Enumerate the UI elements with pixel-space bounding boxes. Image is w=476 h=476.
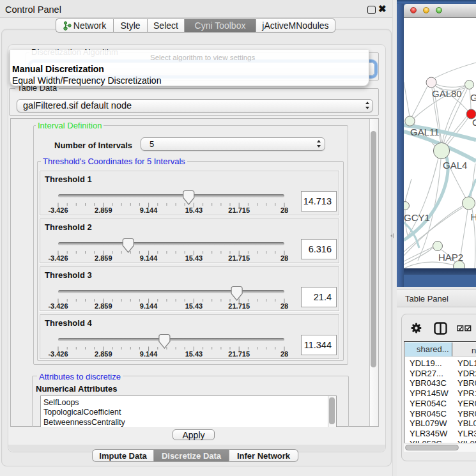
svg-text:GCY1: GCY1: [404, 212, 430, 223]
svg-text:HAP2: HAP2: [438, 252, 463, 263]
svg-text:GAL80: GAL80: [432, 88, 462, 99]
svg-text:GA: GA: [470, 92, 476, 103]
svg-text:C: C: [472, 117, 476, 128]
svg-text:GAL4: GAL4: [443, 160, 467, 171]
svg-text:GAL11: GAL11: [410, 127, 440, 137]
svg-text:H: H: [471, 211, 476, 222]
